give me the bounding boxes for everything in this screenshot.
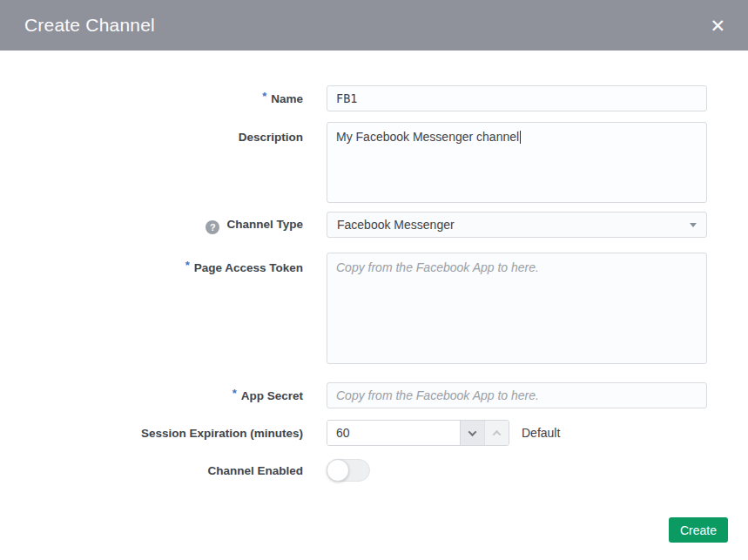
channel-enabled-toggle[interactable] (327, 459, 370, 482)
form-row-session-expiration: Session Expiration (minutes) Default (0, 420, 748, 446)
name-label-cell: *Name (0, 91, 303, 106)
session-expiration-stepper (327, 420, 509, 446)
app-secret-label: App Secret (241, 389, 303, 402)
close-icon[interactable]: ✕ (708, 13, 727, 38)
help-icon[interactable]: ? (206, 220, 219, 234)
chevron-down-icon (468, 428, 477, 436)
app-secret-label-cell: *App Secret (0, 388, 303, 403)
dropdown-caret-icon (690, 223, 697, 227)
session-expiration-default-hint: Default (522, 426, 560, 440)
dialog-footer: Create (0, 517, 748, 543)
required-asterisk: * (185, 259, 190, 272)
form-row-name: *Name (0, 85, 748, 111)
channel-type-label-cell: ?Channel Type (0, 216, 303, 234)
page-access-token-label-cell: *Page Access Token (0, 253, 303, 275)
channel-enabled-label-cell: Channel Enabled (0, 462, 303, 478)
form-row-channel-enabled: Channel Enabled (0, 459, 748, 482)
chevron-up-icon (493, 429, 502, 438)
description-label-cell: Description (0, 122, 303, 145)
stepper-increment-button[interactable] (484, 421, 509, 445)
form-body: *Name Description My Facebook Messenger … (0, 51, 748, 543)
create-button[interactable]: Create (669, 517, 728, 543)
app-secret-input[interactable] (327, 382, 707, 408)
form-row-app-secret: *App Secret (0, 382, 748, 408)
session-expiration-label: Session Expiration (minutes) (141, 427, 303, 440)
form-row-channel-type: ?Channel Type Facebook Messenger (0, 212, 748, 238)
text-cursor (520, 131, 521, 144)
dialog-title: Create Channel (24, 15, 155, 36)
session-expiration-label-cell: Session Expiration (minutes) (0, 425, 303, 441)
form-row-page-access-token: *Page Access Token (0, 253, 748, 368)
create-channel-dialog: Create Channel ✕ *Name Description My Fa… (0, 0, 748, 560)
form-row-description: Description My Facebook Messenger channe… (0, 122, 748, 203)
name-input[interactable] (327, 85, 707, 111)
required-asterisk: * (232, 387, 237, 400)
channel-type-label: Channel Type (226, 218, 303, 231)
page-access-token-label: Page Access Token (194, 261, 303, 274)
channel-type-select[interactable]: Facebook Messenger (327, 212, 707, 238)
channel-enabled-label: Channel Enabled (207, 464, 303, 477)
stepper-decrement-button[interactable] (460, 421, 484, 445)
description-input[interactable]: My Facebook Messenger channel (327, 122, 707, 203)
session-expiration-input[interactable] (327, 421, 460, 445)
dialog-header: Create Channel ✕ (0, 0, 748, 51)
toggle-knob (327, 459, 349, 482)
required-asterisk: * (262, 90, 266, 103)
channel-type-value: Facebook Messenger (337, 218, 455, 232)
page-access-token-input[interactable] (327, 253, 707, 364)
name-label: Name (271, 92, 303, 105)
description-label: Description (239, 131, 303, 144)
description-value: My Facebook Messenger channel (336, 130, 519, 144)
